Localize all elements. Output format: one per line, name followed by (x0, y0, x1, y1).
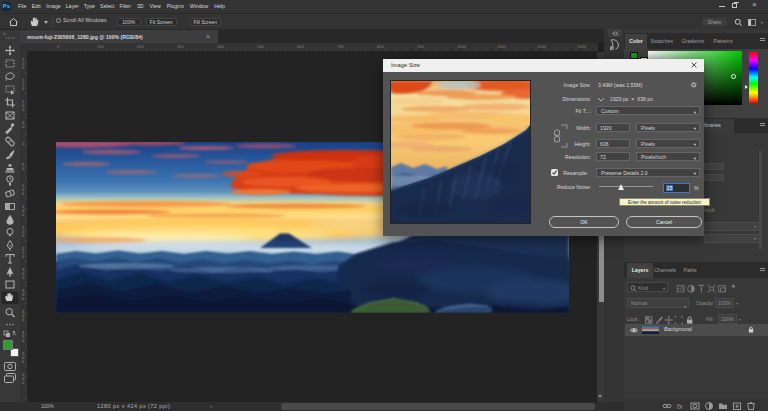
svg-text:fx: fx (677, 403, 683, 410)
